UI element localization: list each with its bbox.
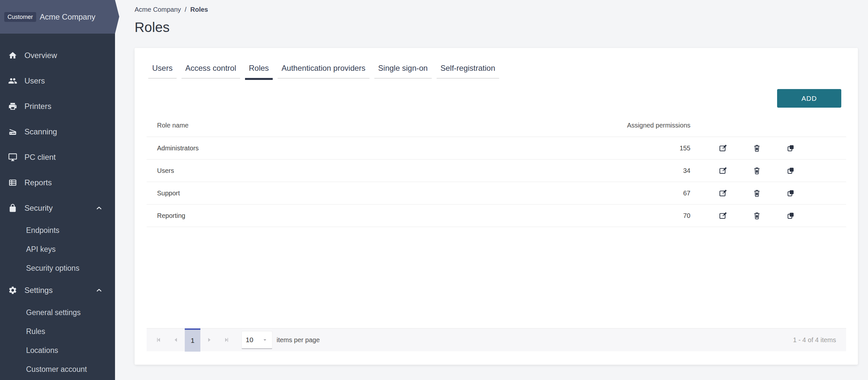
delete-icon[interactable] [753, 211, 761, 220]
sidebar-item-general-settings[interactable]: General settings [0, 303, 115, 322]
sidebar-item-security[interactable]: Security [0, 195, 115, 221]
monitor-icon [8, 153, 17, 162]
first-page-icon[interactable] [150, 328, 167, 352]
lock-icon [8, 204, 17, 213]
delete-icon[interactable] [753, 189, 761, 197]
last-page-icon[interactable] [218, 328, 236, 352]
sidebar-item-endpoints[interactable]: Endpoints [0, 221, 115, 240]
tab-access-control[interactable]: Access control [182, 64, 240, 79]
tab-single-sign-on[interactable]: Single sign-on [374, 64, 432, 79]
sidebar: Overview Users Printers Scanning PC clie [0, 0, 115, 380]
breadcrumb: Acme Company / Roles [134, 6, 208, 13]
pagination-bar: 1 10 items per page 1 - 4 of 4 items [147, 328, 846, 351]
sidebar-subitem-label: API keys [26, 245, 56, 254]
copy-icon[interactable] [786, 144, 795, 152]
next-page-icon[interactable] [200, 328, 218, 352]
caret-down-icon [261, 337, 268, 343]
role-name-cell: Reporting [147, 212, 603, 220]
copy-icon[interactable] [786, 211, 795, 220]
edit-icon[interactable] [719, 166, 727, 175]
sidebar-item-printers[interactable]: Printers [0, 94, 115, 119]
column-header-role-name: Role name [147, 122, 603, 129]
sidebar-item-scanning[interactable]: Scanning [0, 119, 115, 145]
table-row: Users 34 [147, 159, 846, 182]
edit-icon[interactable] [719, 189, 727, 197]
sidebar-item-label: Settings [25, 286, 53, 295]
reports-icon [8, 178, 17, 187]
copy-icon[interactable] [786, 166, 795, 175]
breadcrumb-separator: / [185, 6, 187, 13]
printer-icon [8, 102, 17, 111]
permissions-cell: 155 [603, 145, 701, 152]
row-actions [701, 144, 846, 152]
sidebar-subitem-label: Security options [26, 264, 80, 273]
breadcrumb-current: Roles [190, 6, 208, 13]
chevron-up-icon [95, 286, 103, 294]
tab-self-registration[interactable]: Self-registration [437, 64, 499, 79]
previous-page-icon[interactable] [167, 328, 185, 352]
sidebar-item-security-options[interactable]: Security options [0, 259, 115, 277]
sidebar-item-reports[interactable]: Reports [0, 170, 115, 195]
column-header-assigned-permissions: Assigned permissions [603, 122, 701, 129]
table-row: Administrators 155 [147, 137, 846, 159]
sidebar-item-settings[interactable]: Settings [0, 277, 115, 303]
tab-roles[interactable]: Roles [245, 64, 273, 80]
sidebar-nav: Overview Users Printers Scanning PC clie [0, 34, 115, 379]
sidebar-item-overview[interactable]: Overview [0, 43, 115, 68]
sidebar-subitem-label: Endpoints [26, 226, 59, 235]
tab-users[interactable]: Users [148, 64, 177, 79]
sidebar-item-label: PC client [25, 153, 56, 162]
main-content: Acme Company / Roles Roles Users Access … [115, 0, 868, 380]
breadcrumb-parent[interactable]: Acme Company [134, 6, 181, 13]
sidebar-item-api-keys[interactable]: API keys [0, 240, 115, 259]
customer-band: Customer Acme Company [0, 0, 119, 34]
page-number-button[interactable]: 1 [185, 328, 200, 352]
delete-icon[interactable] [753, 166, 761, 175]
permissions-cell: 70 [603, 212, 701, 220]
page-title: Roles [134, 20, 169, 35]
pagination-range-label: 1 - 4 of 4 items [793, 336, 846, 344]
sidebar-item-label: Reports [25, 178, 52, 187]
sidebar-item-label: Security [25, 204, 53, 213]
add-button[interactable]: ADD [777, 89, 841, 108]
tab-strip: Users Access control Roles Authenticatio… [148, 64, 499, 79]
gear-icon [8, 286, 17, 295]
sidebar-item-pc-client[interactable]: PC client [0, 145, 115, 170]
roles-card: Users Access control Roles Authenticatio… [134, 48, 858, 365]
sidebar-item-locations[interactable]: Locations [0, 341, 115, 360]
permissions-cell: 34 [603, 167, 701, 175]
home-icon [8, 51, 17, 60]
role-name-cell: Users [147, 167, 603, 175]
page-size-value: 10 [246, 336, 253, 344]
chevron-up-icon [95, 204, 103, 212]
sidebar-item-label: Printers [25, 102, 52, 111]
row-actions [701, 211, 846, 220]
sidebar-item-label: Scanning [25, 127, 57, 136]
table-row: Reporting 70 [147, 205, 846, 227]
tab-authentication-providers[interactable]: Authentication providers [278, 64, 369, 79]
sidebar-subitem-label: Rules [26, 327, 45, 336]
copy-icon[interactable] [786, 189, 795, 197]
permissions-cell: 67 [603, 189, 701, 197]
items-per-page-label: items per page [277, 336, 320, 344]
delete-icon[interactable] [753, 144, 761, 152]
customer-company-name: Acme Company [40, 12, 95, 22]
row-actions [701, 166, 846, 175]
page-size-dropdown[interactable]: 10 [242, 331, 272, 349]
sidebar-subitem-label: Locations [26, 346, 58, 355]
users-icon [8, 76, 17, 85]
edit-icon[interactable] [719, 144, 727, 152]
customer-badge: Customer [4, 12, 36, 22]
row-actions [701, 189, 846, 197]
role-name-cell: Support [147, 189, 603, 197]
table-row: Support 67 [147, 182, 846, 205]
roles-table: Role name Assigned permissions Administr… [147, 114, 846, 227]
table-header-row: Role name Assigned permissions [147, 114, 846, 137]
edit-icon[interactable] [719, 211, 727, 220]
sidebar-item-label: Overview [25, 51, 57, 60]
sidebar-item-customer-account[interactable]: Customer account [0, 360, 115, 379]
sidebar-subitem-label: Customer account [26, 365, 87, 374]
role-name-cell: Administrators [147, 145, 603, 152]
sidebar-item-users[interactable]: Users [0, 68, 115, 94]
sidebar-item-rules[interactable]: Rules [0, 322, 115, 341]
